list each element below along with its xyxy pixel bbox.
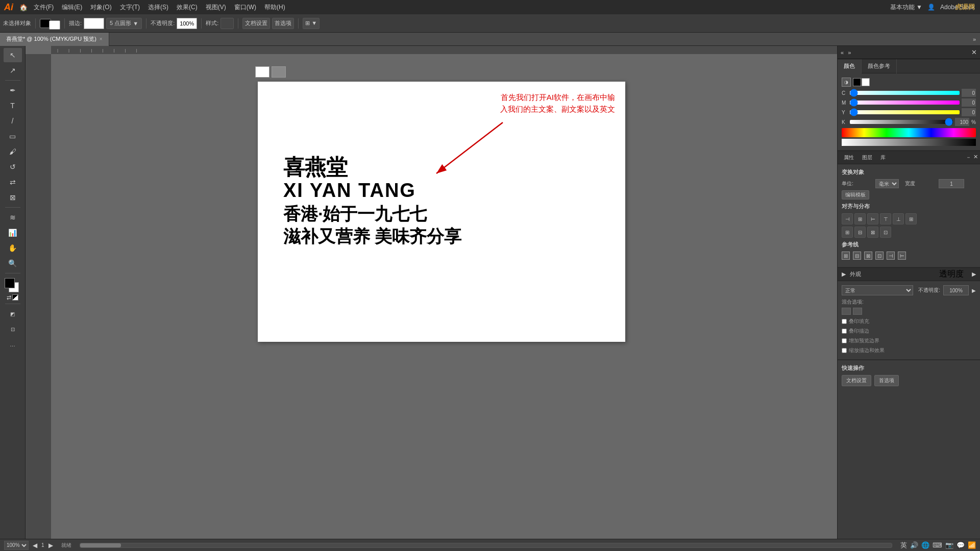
checkbox-preview-bounds-input[interactable]: [842, 338, 847, 343]
swatch-white[interactable]: [255, 66, 270, 78]
opacity-value-input[interactable]: [943, 285, 969, 295]
sys-icon4[interactable]: 📷: [945, 541, 953, 549]
m-value[interactable]: [962, 98, 976, 107]
rotate-tool[interactable]: ↺: [4, 160, 22, 174]
unit-select[interactable]: 毫米 像素 厘米: [875, 179, 899, 188]
ime-icon[interactable]: 英: [900, 541, 907, 550]
menu-type[interactable]: 文字(T): [116, 0, 144, 14]
menu-help[interactable]: 帮助(H): [260, 0, 289, 14]
preference-btn[interactable]: 首选项: [272, 18, 294, 29]
edit-template-btn[interactable]: 编辑模板: [842, 190, 869, 199]
panel-expand-btn[interactable]: «: [841, 49, 844, 56]
align-vcenter-btn[interactable]: ⊥: [893, 213, 904, 224]
y-value[interactable]: [962, 108, 976, 116]
menu-effect[interactable]: 效果(C): [173, 0, 202, 14]
mirror-tool[interactable]: ⇄: [4, 175, 22, 189]
dist-space-v-btn[interactable]: ⊡: [880, 227, 891, 238]
scale-tool[interactable]: ⊠: [4, 190, 22, 205]
bw-gradient[interactable]: [842, 139, 976, 146]
pen-tool[interactable]: ✒: [4, 83, 22, 97]
blend-opt1[interactable]: [842, 308, 851, 315]
checkbox-overprint-fill-input[interactable]: [842, 319, 847, 324]
tab-library[interactable]: 库: [876, 152, 890, 164]
panel-collapse-btn[interactable]: »: [848, 49, 851, 56]
menu-edit[interactable]: 编辑(E): [58, 0, 86, 14]
opacity-input[interactable]: [177, 18, 197, 29]
zoom-select[interactable]: 100% 50% 200%: [4, 541, 29, 550]
menu-window[interactable]: 窗口(W): [230, 0, 260, 14]
quick-doc-setup-btn[interactable]: 文档设置: [842, 375, 871, 386]
y-slider[interactable]: [850, 110, 960, 114]
blend-opt2[interactable]: [853, 308, 862, 315]
guide-icon2[interactable]: ⊟: [853, 252, 861, 260]
brush-tool[interactable]: 🖌: [4, 144, 22, 159]
m-slider[interactable]: [850, 101, 960, 105]
guide-icon4[interactable]: ⊡: [875, 252, 884, 260]
default-colors-icon[interactable]: [12, 294, 18, 300]
user-icon[interactable]: 👤: [927, 4, 935, 11]
fill-swatch[interactable]: [5, 278, 15, 288]
guide-icon6[interactable]: ⊢: [898, 252, 906, 260]
fg-color-box[interactable]: [853, 78, 861, 86]
arrange-btn[interactable]: ⊞ ▼: [303, 18, 320, 29]
line-tool[interactable]: /: [4, 114, 22, 128]
bg-color-box[interactable]: [862, 78, 870, 86]
checkbox-overprint-stroke-input[interactable]: [842, 329, 847, 334]
tab-layers[interactable]: 图层: [858, 152, 876, 164]
panel-x-btn[interactable]: ✕: [973, 154, 978, 161]
color-mode-btn[interactable]: ◩: [4, 307, 22, 321]
align-left-btn[interactable]: ⊣: [842, 213, 853, 224]
menu-select[interactable]: 选择(S): [144, 0, 173, 14]
screen-mode-btn[interactable]: ⊡: [4, 322, 22, 336]
direct-select-tool[interactable]: ↗: [4, 63, 22, 78]
align-hcenter-btn[interactable]: ⊞: [854, 213, 866, 224]
sys-icon3[interactable]: ⌨: [933, 541, 942, 549]
align-bottom-btn[interactable]: ⊞: [905, 213, 917, 224]
home-icon[interactable]: 🏠: [17, 0, 30, 14]
c-slider[interactable]: [850, 91, 960, 95]
zoom-tool[interactable]: 🔍: [4, 256, 22, 270]
hand-tool[interactable]: ✋: [4, 241, 22, 255]
checkbox-scale-stroke-input[interactable]: [842, 348, 847, 353]
color-wheel-icon[interactable]: ◑: [842, 78, 851, 87]
tab-color-ref[interactable]: 颜色参考: [862, 59, 897, 73]
align-right-btn[interactable]: ⊢: [867, 213, 878, 224]
doc-setup-btn[interactable]: 文档设置: [242, 18, 270, 29]
tab-properties[interactable]: 属性: [840, 152, 858, 164]
c-value[interactable]: [962, 89, 976, 97]
stroke-color-btn[interactable]: [49, 20, 60, 30]
dist-v-btn[interactable]: ⊟: [854, 227, 866, 238]
scrollbar-h[interactable]: [80, 543, 892, 548]
sys-icon1[interactable]: 🔊: [910, 541, 918, 549]
point-shape-btn[interactable]: 5 点圆形 ▼: [106, 18, 142, 29]
next-page-btn[interactable]: ▶: [48, 542, 53, 549]
stroke-input[interactable]: [84, 18, 104, 29]
opacity-arrow-btn[interactable]: ▶: [972, 288, 976, 293]
panel-toggle[interactable]: »: [969, 36, 980, 42]
width-input[interactable]: [939, 179, 964, 188]
appearance-expand-icon[interactable]: ▶: [842, 271, 846, 278]
panel-min-btn[interactable]: －: [966, 154, 971, 161]
swatch-gray[interactable]: [272, 66, 286, 78]
blend-mode-select[interactable]: 正常 正片叠底 滤色: [842, 285, 913, 295]
type-tool[interactable]: T: [4, 98, 22, 113]
menu-file[interactable]: 文件(F): [30, 0, 58, 14]
doc-tab-active[interactable]: 喜燕堂* @ 100% (CMYK/GPU 预览) ×: [0, 33, 109, 46]
doc-tab-close[interactable]: ×: [100, 36, 103, 42]
dist-space-h-btn[interactable]: ⊠: [867, 227, 878, 238]
guide-icon5[interactable]: ⊣: [887, 252, 895, 260]
panel-close-btn[interactable]: ✕: [971, 48, 977, 56]
rect-tool[interactable]: ▭: [4, 129, 22, 143]
tab-color[interactable]: 颜色: [838, 59, 862, 73]
k-slider[interactable]: [850, 120, 953, 124]
menu-object[interactable]: 对象(O): [86, 0, 115, 14]
sys-icon5[interactable]: 💬: [957, 541, 965, 549]
warp-tool[interactable]: ≋: [4, 210, 22, 224]
style-swatch[interactable]: [220, 18, 234, 29]
graph-tool[interactable]: 📊: [4, 226, 22, 240]
sys-icon2[interactable]: 🌐: [921, 541, 929, 549]
sys-icon6[interactable]: 📶: [968, 541, 976, 549]
prev-page-btn[interactable]: ◀: [33, 542, 37, 549]
guide-icon1[interactable]: ⊞: [842, 252, 850, 260]
menu-view[interactable]: 视图(V): [202, 0, 230, 14]
